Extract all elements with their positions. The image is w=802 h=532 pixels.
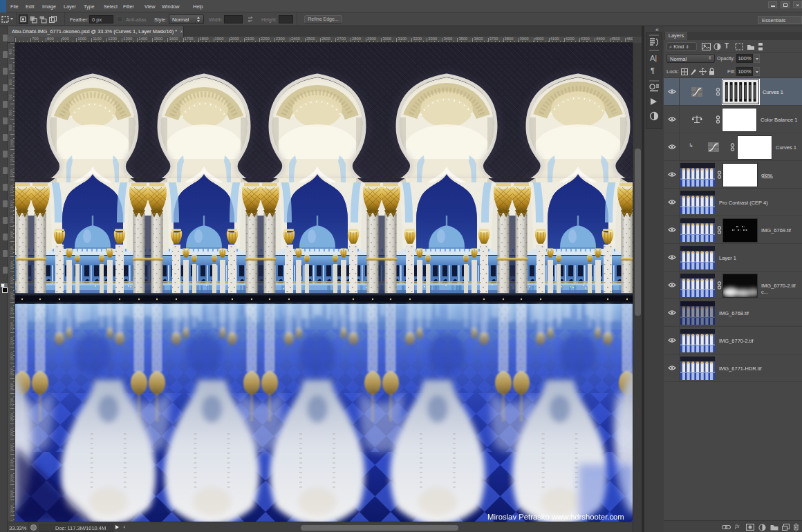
svg-text:Miroslav Petrasko www.hdrsho: Miroslav Petrasko www.hdrshooter.com bbox=[487, 513, 624, 521]
